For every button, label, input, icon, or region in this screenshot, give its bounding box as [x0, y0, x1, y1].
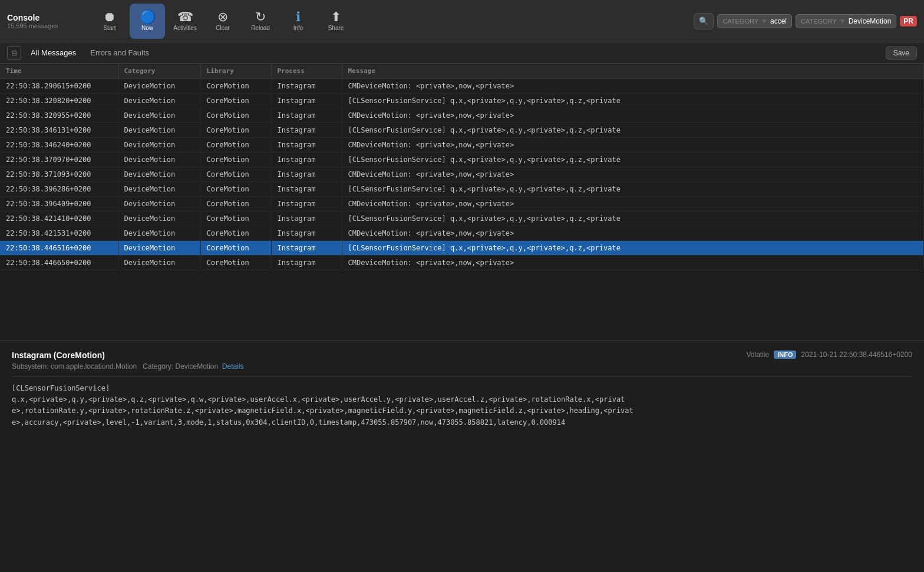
filter-pill-2[interactable]: CATEGORY ▼ DeviceMotion	[796, 14, 896, 28]
table-row[interactable]: 22:50:38.290615+0200DeviceMotionCoreMoti…	[0, 79, 924, 94]
cell-category: DeviceMotion	[118, 79, 200, 94]
search-icon: 🔍	[699, 16, 708, 25]
table-row[interactable]: 22:50:38.396286+0200DeviceMotionCoreMoti…	[0, 182, 924, 197]
cell-time: 22:50:38.320820+0200	[0, 94, 118, 108]
table-body: 22:50:38.290615+0200DeviceMotionCoreMoti…	[0, 79, 924, 270]
sidebar-toggle-button[interactable]: ⊟	[7, 46, 21, 60]
cell-time: 22:50:38.346240+0200	[0, 138, 118, 153]
app-title: Console	[7, 13, 78, 22]
col-header-message: Message	[342, 64, 924, 79]
table-row[interactable]: 22:50:38.396409+0200DeviceMotionCoreMoti…	[0, 197, 924, 211]
cell-category: DeviceMotion	[118, 153, 200, 167]
cell-process: Instagram	[271, 256, 342, 270]
start-icon: ⏺	[103, 11, 116, 24]
sidebar-toggle-icon: ⊟	[11, 49, 17, 57]
now-icon: 🔵	[140, 11, 156, 24]
info-button[interactable]: ℹ Info	[280, 4, 316, 39]
cell-category: DeviceMotion	[118, 94, 200, 108]
main-toolbar: Console 15,595 messages ⏺ Start 🔵 Now ☎ …	[0, 0, 924, 42]
table-row[interactable]: 22:50:38.320820+0200DeviceMotionCoreMoti…	[0, 94, 924, 108]
cell-message: CMDeviceMotion: <private>,now,<private>	[342, 226, 924, 241]
category2-label: CATEGORY	[801, 18, 837, 25]
detail-panel: Instagram (CoreMotion) Subsystem: com.ap…	[0, 340, 924, 564]
cell-time: 22:50:38.421531+0200	[0, 226, 118, 241]
errors-faults-tab[interactable]: Errors and Faults	[85, 46, 154, 59]
cell-message: CMDeviceMotion: <private>,now,<private>	[342, 108, 924, 123]
cell-message: [CLSensorFusionService] q.x,<private>,q.…	[342, 123, 924, 138]
info-badge: INFO	[774, 351, 796, 359]
share-label: Share	[328, 25, 344, 31]
cell-category: DeviceMotion	[118, 167, 200, 182]
activities-label: Activities	[173, 25, 196, 31]
cell-library: CoreMotion	[200, 182, 271, 197]
cell-library: CoreMotion	[200, 167, 271, 182]
cell-time: 22:50:38.396286+0200	[0, 182, 118, 197]
cell-message: CMDeviceMotion: <private>,now,<private>	[342, 79, 924, 94]
cell-category: DeviceMotion	[118, 138, 200, 153]
cell-library: CoreMotion	[200, 241, 271, 256]
cell-library: CoreMotion	[200, 226, 271, 241]
cell-time: 22:50:38.371093+0200	[0, 167, 118, 182]
detail-details-link[interactable]: Details	[222, 362, 244, 371]
cell-message: CMDeviceMotion: <private>,now,<private>	[342, 197, 924, 211]
col-header-library: Library	[200, 64, 271, 79]
save-button[interactable]: Save	[886, 47, 917, 59]
cell-library: CoreMotion	[200, 108, 271, 123]
table-row[interactable]: 22:50:38.346131+0200DeviceMotionCoreMoti…	[0, 123, 924, 138]
cell-process: Instagram	[271, 153, 342, 167]
console-table-container: Time Category Library Process Message 22…	[0, 64, 924, 340]
share-button[interactable]: ⬆ Share	[318, 4, 354, 39]
activities-icon: ☎	[177, 11, 193, 24]
detail-timestamp: 2021-10-21 22:50:38.446516+0200	[801, 351, 912, 359]
table-row[interactable]: 22:50:38.446650+0200DeviceMotionCoreMoti…	[0, 256, 924, 270]
cell-category: DeviceMotion	[118, 241, 200, 256]
table-row[interactable]: 22:50:38.320955+0200DeviceMotionCoreMoti…	[0, 108, 924, 123]
cell-library: CoreMotion	[200, 79, 271, 94]
cell-process: Instagram	[271, 226, 342, 241]
all-messages-tab[interactable]: All Messages	[26, 46, 81, 59]
reload-icon: ↻	[255, 11, 266, 24]
table-header: Time Category Library Process Message	[0, 64, 924, 79]
table-row[interactable]: 22:50:38.421531+0200DeviceMotionCoreMoti…	[0, 226, 924, 241]
share-icon: ⬆	[331, 11, 341, 24]
cell-time: 22:50:38.346131+0200	[0, 123, 118, 138]
detail-meta: Subsystem: com.apple.locationd.Motion Ca…	[12, 362, 244, 371]
cell-time: 22:50:38.290615+0200	[0, 79, 118, 94]
cell-library: CoreMotion	[200, 256, 271, 270]
table-row[interactable]: 22:50:38.421410+0200DeviceMotionCoreMoti…	[0, 211, 924, 226]
search-box[interactable]: 🔍	[694, 13, 714, 29]
table-row[interactable]: 22:50:38.346240+0200DeviceMotionCoreMoti…	[0, 138, 924, 153]
detail-left: Instagram (CoreMotion) Subsystem: com.ap…	[12, 351, 244, 371]
cell-process: Instagram	[271, 108, 342, 123]
start-button[interactable]: ⏺ Start	[92, 4, 127, 39]
table-row[interactable]: 22:50:38.370970+0200DeviceMotionCoreMoti…	[0, 153, 924, 167]
sub-toolbar: ⊟ All Messages Errors and Faults Save	[0, 42, 924, 64]
detail-message: [CLSensorFusionService] q.x,<private>,q.…	[12, 383, 912, 428]
now-button[interactable]: 🔵 Now	[130, 4, 165, 39]
category2-value: DeviceMotion	[849, 17, 892, 25]
cell-category: DeviceMotion	[118, 211, 200, 226]
cell-process: Instagram	[271, 94, 342, 108]
reload-button[interactable]: ↻ Reload	[243, 4, 278, 39]
cell-process: Instagram	[271, 182, 342, 197]
filter-pill-1[interactable]: CATEGORY ▼ accel	[717, 14, 792, 28]
cell-process: Instagram	[271, 138, 342, 153]
col-header-process: Process	[271, 64, 342, 79]
info-label: Info	[293, 25, 303, 31]
cell-process: Instagram	[271, 123, 342, 138]
clear-label: Clear	[216, 25, 230, 31]
cell-time: 22:50:38.370970+0200	[0, 153, 118, 167]
cell-category: DeviceMotion	[118, 182, 200, 197]
cell-message: [CLSensorFusionService] q.x,<private>,q.…	[342, 241, 924, 256]
clear-icon: ⊗	[217, 11, 228, 24]
activities-button[interactable]: ☎ Activities	[167, 4, 203, 39]
info-icon: ℹ	[296, 11, 301, 24]
cell-library: CoreMotion	[200, 197, 271, 211]
table-row[interactable]: 22:50:38.446516+0200DeviceMotionCoreMoti…	[0, 241, 924, 256]
now-label: Now	[141, 25, 153, 31]
clear-button[interactable]: ⊗ Clear	[205, 4, 240, 39]
cell-message: CMDeviceMotion: <private>,now,<private>	[342, 138, 924, 153]
cell-category: DeviceMotion	[118, 197, 200, 211]
table-row[interactable]: 22:50:38.371093+0200DeviceMotionCoreMoti…	[0, 167, 924, 182]
toolbar-right: 🔍 CATEGORY ▼ accel CATEGORY ▼ DeviceMoti…	[694, 13, 917, 29]
